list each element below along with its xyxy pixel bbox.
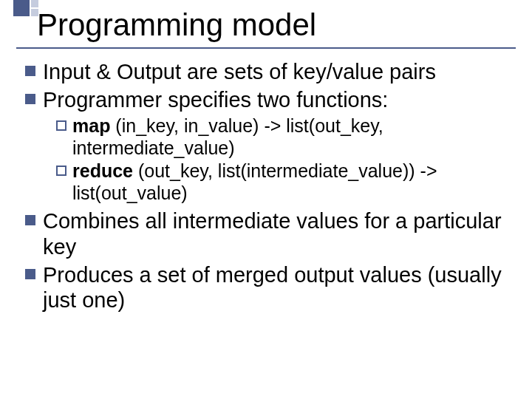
keyword-reduce: reduce — [72, 160, 133, 181]
filled-square-bullet-icon — [25, 269, 35, 279]
deco-square-small — [31, 0, 38, 7]
sub-bullet-text: reduce (out_key, list(intermediate_value… — [72, 160, 510, 204]
filled-square-bullet-icon — [25, 215, 35, 225]
sub-bullet-item: map (in_key, in_value) -> list(out_key, … — [56, 115, 510, 159]
filled-square-bullet-icon — [25, 94, 35, 104]
hollow-square-bullet-icon — [56, 120, 66, 131]
bullet-text: Combines all intermediate values for a p… — [43, 208, 510, 259]
sub-bullet-group: map (in_key, in_value) -> list(out_key, … — [25, 115, 510, 204]
bullet-text: Programmer specifies two functions: — [43, 87, 388, 112]
sub-bullet-text: map (in_key, in_value) -> list(out_key, … — [72, 115, 510, 159]
filled-square-bullet-icon — [25, 66, 35, 76]
bullet-text: Produces a set of merged output values (… — [43, 262, 510, 313]
keyword-map: map — [72, 115, 110, 136]
hollow-square-bullet-icon — [56, 166, 66, 176]
bullet-text: Input & Output are sets of key/value pai… — [43, 59, 436, 84]
slide-title: Programming model — [16, 7, 516, 43]
bullet-item: Programmer specifies two functions: — [25, 87, 510, 112]
slide-content: Programming model Input & Output are set… — [0, 0, 532, 313]
slide-body: Input & Output are sets of key/value pai… — [16, 59, 516, 313]
bullet-item: Combines all intermediate values for a p… — [25, 208, 510, 259]
sub-bullet-item: reduce (out_key, list(intermediate_value… — [56, 160, 510, 204]
corner-decoration — [13, 0, 38, 16]
bullet-item: Input & Output are sets of key/value pai… — [25, 59, 510, 84]
deco-square-large — [13, 0, 30, 16]
sub-bullet-rest: (in_key, in_value) -> list(out_key, inte… — [72, 115, 383, 158]
deco-square-small — [31, 9, 38, 16]
title-underline — [16, 47, 516, 49]
bullet-item: Produces a set of merged output values (… — [25, 262, 510, 313]
